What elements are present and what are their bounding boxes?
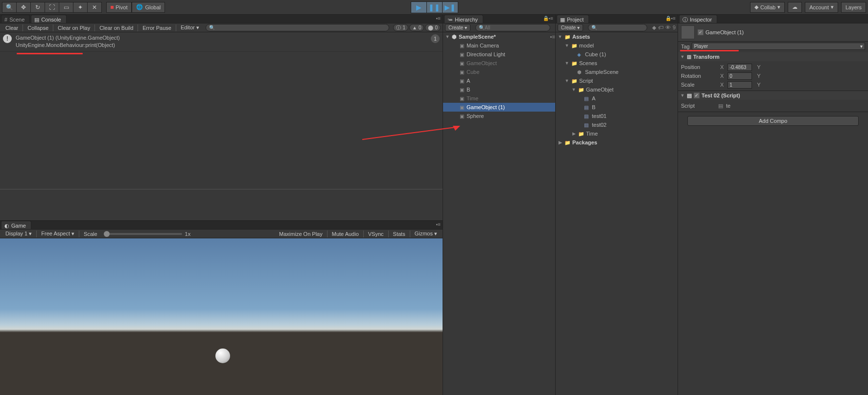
panel-menu-icon[interactable]: 🔒▪≡ (543, 16, 553, 21)
project-folder[interactable]: ▼📁model (556, 41, 678, 50)
filter-icon[interactable]: ◆ (652, 24, 656, 31)
clear-on-play-button[interactable]: Clear on Play (54, 24, 94, 32)
hierarchy-item[interactable]: ▣Cube (443, 68, 555, 76)
hierarchy-item[interactable]: ▣Main Camera (443, 41, 555, 50)
hand-tool[interactable]: 🔍 (2, 2, 17, 13)
tag-dropdown[interactable]: Player▾ (692, 43, 865, 50)
tab-inspector[interactable]: ⓘInspector (679, 15, 717, 23)
move-tool[interactable]: ✥ (16, 2, 31, 13)
project-item[interactable]: ▤test01 (556, 112, 678, 120)
tab-game[interactable]: ◐Game (1, 221, 31, 229)
cloud-button[interactable]: ☁ (788, 2, 802, 13)
hierarchy-item[interactable]: ▣Directional Light (443, 50, 555, 59)
error-count-pill[interactable]: ⬤0 (425, 24, 441, 31)
project-search[interactable]: 🔍 (588, 24, 647, 31)
mute-toggle[interactable]: Mute Audio (328, 230, 362, 238)
script-ref-value[interactable]: te (726, 103, 730, 109)
vsync-toggle[interactable]: VSync (365, 230, 387, 238)
expand-arrow-icon[interactable]: ▼ (558, 34, 563, 39)
collapse-arrow-icon[interactable]: ▶ (571, 131, 576, 136)
warn-count-pill[interactable]: ▲0 (409, 24, 424, 31)
rect-tool[interactable]: ▭ (59, 2, 73, 13)
project-folder[interactable]: ▼📁Script (556, 76, 678, 85)
hidden-icon[interactable]: 👁 (665, 24, 671, 31)
play-button[interactable]: ▶ (411, 1, 427, 13)
panel-menu-icon[interactable]: ▪≡ (436, 222, 441, 227)
active-checkbox[interactable]: ✓ (698, 29, 704, 35)
expand-arrow-icon[interactable]: ▼ (564, 78, 569, 83)
scene-menu-icon[interactable]: ▪≡ (550, 34, 555, 40)
console-search[interactable]: 🔍 (206, 24, 390, 31)
rotate-tool[interactable]: ↻ (30, 2, 45, 13)
tab-project[interactable]: ▦Project (557, 15, 589, 23)
maximize-toggle[interactable]: Maximize On Play (276, 230, 326, 238)
hierarchy-item[interactable]: ▣B (443, 85, 555, 94)
hierarchy-tree[interactable]: ▼⬢SampleScene*▪≡ ▣Main Camera ▣Direction… (443, 32, 555, 395)
game-viewport[interactable] (0, 238, 443, 395)
scene-root[interactable]: ▼⬢SampleScene*▪≡ (443, 32, 555, 41)
project-folder[interactable]: ▼📁GameObjet (556, 85, 678, 94)
scale-slider[interactable] (104, 233, 182, 235)
panel-menu-icon[interactable]: 🔒▪≡ (665, 16, 676, 21)
hierarchy-item[interactable]: ▣Sphere (443, 112, 555, 120)
info-count-pill[interactable]: ⓘ1 (393, 24, 408, 31)
project-item[interactable]: ◈Cube (1) (556, 50, 678, 59)
custom-tool[interactable]: ✕ (87, 2, 102, 13)
collab-button[interactable]: ◆Collab ▾ (750, 2, 785, 13)
object-name-field[interactable]: GameObject (1) (705, 29, 744, 35)
component-enabled-checkbox[interactable]: ✓ (694, 93, 700, 98)
gizmos-dropdown[interactable]: Gizmos ▾ (411, 230, 441, 238)
add-component-button[interactable]: Add Compo (687, 116, 858, 126)
pivot-toggle[interactable]: Pivot (106, 2, 132, 13)
editor-dropdown[interactable]: Editor ▾ (177, 23, 203, 32)
tab-scene[interactable]: #Scene (1, 15, 30, 23)
expand-arrow-icon[interactable]: ▼ (680, 93, 685, 98)
expand-arrow-icon[interactable]: ▼ (680, 54, 685, 59)
display-dropdown[interactable]: Display 1 ▾ (2, 230, 35, 238)
space-toggle[interactable]: 🌐Global (132, 2, 165, 13)
scale-tool[interactable]: ⛶ (45, 2, 59, 13)
hierarchy-create-dropdown[interactable]: Create ▾ (445, 24, 470, 31)
expand-arrow-icon[interactable]: ▼ (564, 61, 569, 66)
project-tree[interactable]: ▼📁Assets ▼📁model ◈Cube (1) ▼📁Scenes ⬢Sam… (556, 32, 678, 395)
gameobject-thumbnail[interactable] (681, 25, 695, 39)
collapse-arrow-icon[interactable]: ▶ (558, 140, 563, 145)
error-pause-button[interactable]: Error Pause (139, 24, 175, 32)
console-log-list[interactable]: ! GameObject (1) (UnityEngine.GameObject… (0, 32, 443, 189)
account-button[interactable]: Account ▾ (805, 2, 838, 13)
tab-hierarchy[interactable]: ≔Hierarchy (444, 15, 483, 23)
project-item[interactable]: ▤A (556, 94, 678, 103)
project-item[interactable]: ▤test02 (556, 120, 678, 129)
component-header[interactable]: ▼⊞Transform (678, 52, 868, 61)
hierarchy-item-selected[interactable]: ▣GameObject (1) (443, 103, 555, 112)
position-x-field[interactable] (727, 64, 752, 71)
stats-toggle[interactable]: Stats (390, 230, 409, 238)
layers-button[interactable]: Layers (841, 2, 866, 13)
transform-tool[interactable]: ✦ (73, 2, 88, 13)
hierarchy-item[interactable]: ▣A (443, 76, 555, 85)
tab-console[interactable]: ▤Console (31, 15, 66, 23)
log-entry[interactable]: ! GameObject (1) (UnityEngine.GameObject… (0, 32, 443, 52)
expand-arrow-icon[interactable]: ▼ (564, 43, 569, 48)
project-item[interactable]: ⬢SampleScene (556, 68, 678, 76)
project-create-dropdown[interactable]: Create ▾ (558, 24, 583, 31)
assets-folder[interactable]: ▼📁Assets (556, 32, 678, 41)
label-icon[interactable]: 🏷 (658, 24, 663, 31)
scale-x-field[interactable] (727, 81, 752, 89)
packages-folder[interactable]: ▶📁Packages (556, 138, 678, 147)
step-button[interactable]: ▶❚ (442, 1, 458, 13)
hierarchy-item[interactable]: ▣GameObject (443, 59, 555, 68)
expand-arrow-icon[interactable]: ▼ (445, 34, 450, 39)
clear-button[interactable]: Clear (2, 24, 22, 32)
project-item[interactable]: ▤B (556, 103, 678, 112)
aspect-dropdown[interactable]: Free Aspect ▾ (38, 230, 78, 238)
hierarchy-item[interactable]: ▣Time (443, 94, 555, 103)
project-folder[interactable]: ▶📁Time (556, 129, 678, 138)
hierarchy-search[interactable]: 🔍All (475, 24, 550, 31)
clear-on-build-button[interactable]: Clear on Build (96, 24, 137, 32)
rotation-x-field[interactable] (727, 72, 752, 80)
component-header[interactable]: ▼▤✓Test 02 (Script) (678, 91, 868, 100)
collapse-button[interactable]: Collapse (24, 24, 52, 32)
expand-arrow-icon[interactable]: ▼ (571, 87, 576, 92)
panel-menu-icon[interactable]: ▪≡ (436, 16, 441, 21)
